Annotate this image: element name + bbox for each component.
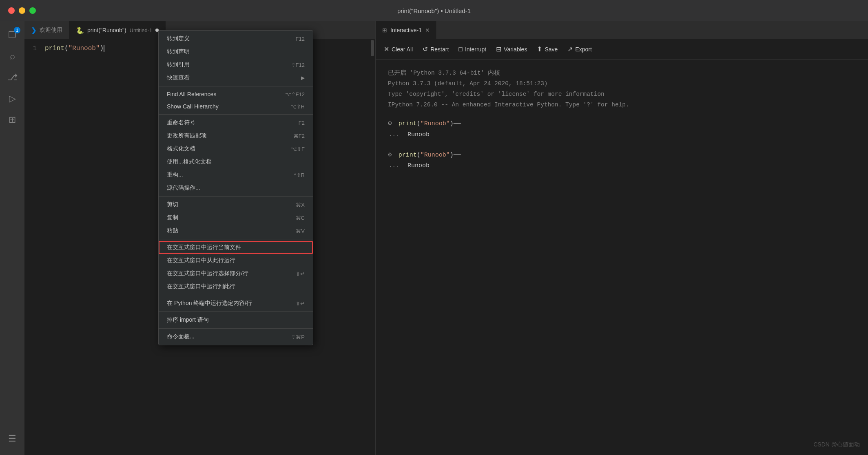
shortcut: F12 <box>296 36 305 42</box>
shortcut: ⇧↵ <box>296 300 305 307</box>
cell-1-run-icon: ⚙ <box>388 118 392 129</box>
menu-item-label: 排序 import 语句 <box>167 316 209 324</box>
menu-item-change-all[interactable]: 更改所有匹配项 ⌘F2 <box>159 129 313 142</box>
interrupt-label: Interrupt <box>465 46 486 53</box>
interrupt-button[interactable]: □ Interrupt <box>458 46 486 53</box>
menu-item-label: 剪切 <box>167 201 178 208</box>
variables-button[interactable]: ⊟ Variables <box>496 45 527 53</box>
save-label: Save <box>545 46 558 53</box>
activity-icon-search[interactable]: ⌕ <box>2 46 22 66</box>
export-label: Export <box>575 46 591 53</box>
menu-item-label: 快速查看 <box>167 74 190 82</box>
close-button[interactable] <box>8 7 15 14</box>
cell-1-output: ... Runoob <box>388 130 856 140</box>
panel-cell-2: ⚙ print("Runoob")── ... Runoob <box>388 150 856 171</box>
editor-scrollbar[interactable] <box>370 39 375 455</box>
export-icon: ↗ <box>567 45 573 53</box>
context-menu: 转到定义 F12 转到声明 转到引用 ⇧F12 快速查看 ▶ Find All … <box>158 30 313 345</box>
menu-item-goto-declaration[interactable]: 转到声明 <box>159 45 313 58</box>
line-content: print("Runoob") <box>45 45 104 52</box>
shortcut: ⌘X <box>296 202 305 208</box>
menu-item-refactor[interactable]: 重构... ^⇧R <box>159 168 313 181</box>
restart-button[interactable]: ↺ Restart <box>423 45 449 53</box>
menu-item-run-selection[interactable]: 在交互式窗口中运行选择部分/行 ⇧↵ <box>159 267 313 280</box>
menu-item-label: 在交互式窗口中运行到此行 <box>167 283 235 290</box>
menu-item-run-file[interactable]: 在交互式窗口中运行当前文件 <box>159 241 313 254</box>
output-text-2: Runoob <box>407 161 430 171</box>
menu-item-label: 粘贴 <box>167 227 178 234</box>
shortcut: ⌘V <box>296 228 305 234</box>
activity-bar: ❐ 1 ⌕ ⎇ ▷ ⊞ ☰ <box>0 21 24 455</box>
menu-item-label: 在交互式窗口中运行选择部分/行 <box>167 270 248 277</box>
menu-separator <box>159 86 313 86</box>
menu-item-label: 更改所有匹配项 <box>167 132 207 139</box>
menu-item-goto-references[interactable]: 转到引用 ⇧F12 <box>159 58 313 71</box>
info-line-1: 已开启 'Python 3.7.3 64-bit' 内核 <box>388 68 856 78</box>
panel-tab-label: Interactive-1 <box>390 27 422 33</box>
shortcut: ⇧⌘P <box>291 334 305 340</box>
vs-icon: ❯ <box>31 27 36 34</box>
save-button[interactable]: ⬆ Save <box>537 45 558 53</box>
menu-item-run-from-line[interactable]: 在交互式窗口中从此行运行 <box>159 254 313 267</box>
menu-item-sort-imports[interactable]: 排序 import 语句 <box>159 314 313 327</box>
menu-separator-3 <box>159 196 313 197</box>
export-button[interactable]: ↗ Export <box>567 45 591 53</box>
watermark: CSDN @心随面动 <box>813 441 860 448</box>
panel-tab-close-button[interactable]: ✕ <box>425 27 430 33</box>
activity-icon-source-control[interactable]: ⎇ <box>2 68 22 87</box>
variables-icon: ⊟ <box>496 45 501 53</box>
panel-tab-interactive[interactable]: ⊞ Interactive-1 ✕ <box>376 21 437 39</box>
tab-welcome[interactable]: ❯ 欢迎使用 <box>24 21 69 39</box>
menu-item-label: Find All References <box>167 91 216 97</box>
cell-2-output: ... Runoob <box>388 161 856 171</box>
save-icon: ⬆ <box>537 45 542 53</box>
menu-item-cut[interactable]: 剪切 ⌘X <box>159 198 313 211</box>
menu-item-run-python-terminal[interactable]: 在 Python 终端中运行选定内容/行 ⇧↵ <box>159 297 313 310</box>
maximize-button[interactable] <box>29 7 36 14</box>
shortcut: F2 <box>299 120 305 126</box>
variables-label: Variables <box>504 46 527 53</box>
cell-1-input: ⚙ print("Runoob")── <box>388 118 856 129</box>
output-dots-2: ... <box>389 161 401 171</box>
activity-icon-extensions[interactable]: ⊞ <box>2 110 22 130</box>
menu-item-label: 复制 <box>167 214 178 221</box>
menu-item-format-with[interactable]: 使用...格式化文档 <box>159 155 313 168</box>
minimize-button[interactable] <box>19 7 25 14</box>
menu-item-label: 格式化文档 <box>167 145 195 152</box>
menu-item-copy[interactable]: 复制 ⌘C <box>159 211 313 224</box>
activity-icon-run[interactable]: ▷ <box>2 89 22 108</box>
panel-cell-1: ⚙ print("Runoob")── ... Runoob <box>388 118 856 140</box>
menu-item-run-to-line[interactable]: 在交互式窗口中运行到此行 <box>159 280 313 293</box>
menu-item-source-action[interactable]: 源代码操作... <box>159 181 313 194</box>
cursor <box>104 45 104 52</box>
menu-separator-5 <box>159 295 313 295</box>
menu-item-label: 在交互式窗口中从此行运行 <box>167 257 235 264</box>
activity-icon-notebook[interactable]: ☰ <box>2 429 22 448</box>
code-fn-2: print <box>399 152 417 159</box>
cell-2-run-icon: ⚙ <box>388 150 392 161</box>
search-icon: ⌕ <box>10 51 15 62</box>
menu-item-paste[interactable]: 粘贴 ⌘V <box>159 224 313 237</box>
menu-item-label: 命令面板... <box>167 333 195 340</box>
menu-separator-7 <box>159 328 313 329</box>
menu-item-peek[interactable]: 快速查看 ▶ <box>159 71 313 84</box>
menu-item-rename[interactable]: 重命名符号 F2 <box>159 116 313 129</box>
python-icon: 🐍 <box>76 27 84 34</box>
cell-2-code: print("Runoob")── <box>399 150 461 161</box>
menu-item-find-all-refs[interactable]: Find All References ⌥⇧F12 <box>159 88 313 100</box>
menu-item-call-hierarchy[interactable]: Show Call Hierarchy ⌥⇧H <box>159 100 313 113</box>
badge: 1 <box>14 27 20 33</box>
activity-icon-files[interactable]: ❐ 1 <box>2 25 22 45</box>
panel-info: 已开启 'Python 3.7.3 64-bit' 内核 Python 3.7.… <box>388 68 856 110</box>
menu-item-goto-definition[interactable]: 转到定义 F12 <box>159 32 313 45</box>
menu-item-label: 转到声明 <box>167 48 190 55</box>
menu-item-command-palette[interactable]: 命令面板... ⇧⌘P <box>159 330 313 343</box>
code-fn: print <box>399 120 417 127</box>
code-str: "Runoob" <box>421 120 450 127</box>
editor-tab-label: print("Runoob") <box>87 27 126 33</box>
clear-icon: ✕ <box>384 45 389 53</box>
menu-item-format-doc[interactable]: 格式化文档 ⌥⇧F <box>159 142 313 155</box>
panel-tab-bar: ⊞ Interactive-1 ✕ <box>376 21 868 39</box>
clear-all-button[interactable]: ✕ Clear All <box>384 45 413 53</box>
tab-editor[interactable]: 🐍 print("Runoob") Untitled-1 <box>69 21 166 39</box>
